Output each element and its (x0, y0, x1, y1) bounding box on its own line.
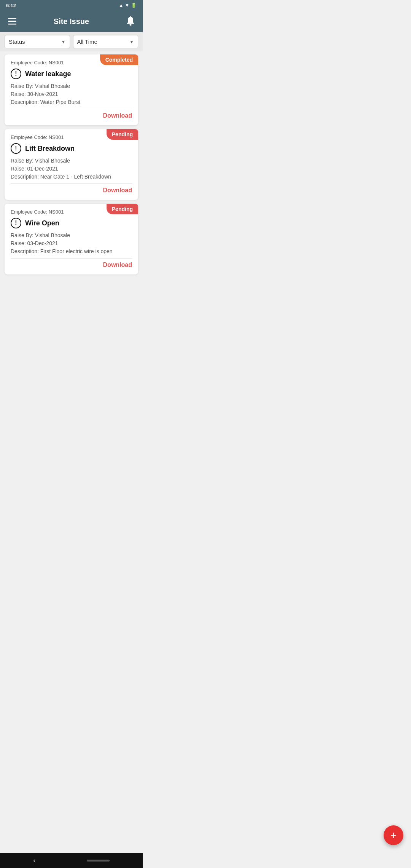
issue-title-row: ! Wire Open (11, 218, 132, 228)
description: Description: Water Pipe Burst (11, 99, 132, 105)
time-chevron-icon: ▼ (129, 39, 134, 45)
nav-bar: Site Issue (0, 11, 143, 32)
issue-title-row: ! Lift Breakdown (11, 143, 132, 154)
raise-date: Raise: 30-Nov-2021 (11, 91, 132, 97)
issue-title: Water leakage (25, 70, 71, 78)
raise-by: Raise By: Vishal Bhosale (11, 83, 132, 89)
status-time: 6:12 (6, 3, 16, 8)
issue-title: Lift Breakdown (25, 145, 75, 153)
download-button[interactable]: Download (11, 112, 132, 120)
alert-icon: ! (11, 69, 21, 79)
divider (11, 183, 132, 184)
status-filter[interactable]: Status ▼ (5, 35, 70, 48)
status-badge: Pending (107, 129, 138, 140)
divider (11, 258, 132, 258)
status-chevron-icon: ▼ (61, 39, 66, 45)
time-filter-label: All Time (77, 38, 97, 45)
alert-icon: ! (11, 143, 21, 154)
description: Description: First Floor electric wire i… (11, 248, 132, 254)
issue-card: Pending Employee Code: NS001 ! Wire Open… (5, 204, 138, 274)
description: Description: Near Gate 1 - Left Breakdow… (11, 174, 132, 180)
battery-icon: 🔋 (131, 3, 137, 8)
status-badge: Pending (107, 204, 138, 214)
signal-icon: ▼ (125, 3, 129, 8)
page-title: Site Issue (54, 17, 89, 26)
svg-rect-0 (8, 18, 16, 19)
status-bar: 6:12 ▲ ▼ 🔋 (0, 0, 143, 11)
menu-button[interactable] (6, 15, 18, 27)
issues-list: Completed Employee Code: NS001 ! Water l… (0, 51, 143, 305)
filter-bar: Status ▼ All Time ▼ (0, 32, 143, 51)
issue-card: Completed Employee Code: NS001 ! Water l… (5, 54, 138, 125)
raise-date: Raise: 03-Dec-2021 (11, 240, 132, 246)
raise-date: Raise: 01-Dec-2021 (11, 166, 132, 172)
svg-rect-1 (8, 21, 16, 22)
wifi-icon: ▲ (119, 3, 123, 8)
raise-by: Raise By: Vishal Bhosale (11, 232, 132, 238)
alert-icon: ! (11, 218, 21, 228)
raise-by: Raise By: Vishal Bhosale (11, 158, 132, 164)
status-badge: Completed (100, 54, 138, 65)
issue-title-row: ! Water leakage (11, 69, 132, 79)
time-filter[interactable]: All Time ▼ (73, 35, 139, 48)
status-icons: ▲ ▼ 🔋 (119, 3, 137, 8)
svg-point-3 (129, 24, 131, 26)
download-button[interactable]: Download (11, 186, 132, 195)
divider (11, 109, 132, 109)
issue-card: Pending Employee Code: NS001 ! Lift Brea… (5, 129, 138, 200)
issue-title: Wire Open (25, 219, 59, 227)
status-filter-label: Status (9, 38, 25, 45)
notification-button[interactable] (124, 15, 137, 27)
download-button[interactable]: Download (11, 261, 132, 269)
svg-rect-2 (8, 24, 16, 25)
